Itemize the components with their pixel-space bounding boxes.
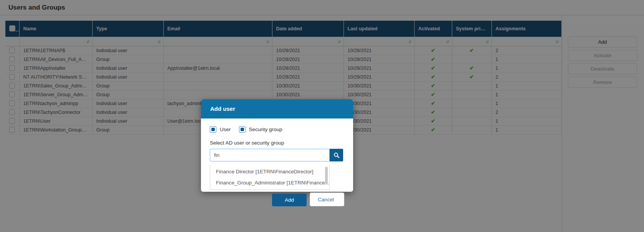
search-button[interactable] xyxy=(330,149,343,161)
type-checkbox-row: UserSecurity group xyxy=(210,126,344,133)
search-results-dropdown: Finance Director [1ETRN\FinanceDirector]… xyxy=(210,165,330,190)
security-group-checkbox[interactable] xyxy=(239,126,246,133)
search-result-item[interactable]: Finance Director [1ETRN\FinanceDirector] xyxy=(210,166,329,177)
modal-title: Add user xyxy=(201,99,353,118)
search-result-item[interactable]: Finance_Group_Administrator [1ETRN\Finan… xyxy=(210,177,329,188)
checkbox-label: Security group xyxy=(249,127,282,132)
user-checkbox[interactable] xyxy=(210,126,216,133)
search-input-group xyxy=(210,149,344,161)
ad-search-input[interactable] xyxy=(210,149,330,161)
modal-footer: Add Cancel xyxy=(201,194,353,207)
modal-body: UserSecurity group Select AD user or sec… xyxy=(201,118,353,192)
modal-add-button[interactable]: Add xyxy=(272,194,307,206)
search-icon xyxy=(334,152,340,158)
checkbox-label: User xyxy=(220,127,231,132)
modal-cancel-button[interactable]: Cancel xyxy=(310,193,344,206)
select-ad-label: Select AD user or security group xyxy=(210,140,344,146)
dropdown-scrollbar[interactable] xyxy=(325,167,328,184)
add-user-modal: Add user UserSecurity group Select AD us… xyxy=(201,99,353,192)
